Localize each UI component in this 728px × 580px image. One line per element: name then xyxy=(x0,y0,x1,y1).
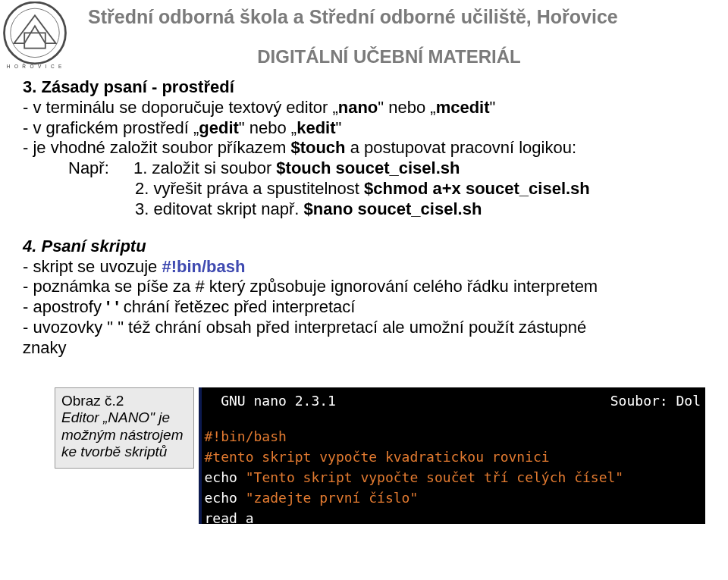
step-3-cmd: $nano soucet_cisel.sh xyxy=(304,199,482,218)
shebang-text: #!bin/bash xyxy=(162,257,245,276)
step-3: 3. editovat skript např. $nano soucet_ci… xyxy=(135,199,705,220)
text: " xyxy=(336,118,342,137)
section-3: 3. Zásady psaní - prostředí - v terminál… xyxy=(23,77,705,220)
bullet-terminal-editor: - v terminálu se doporučuje textový edit… xyxy=(23,98,705,118)
text: - je vhodné založit soubor příkazem xyxy=(23,138,290,157)
nano-terminal: GNU nano 2.3.1 Soubor: Dol #!bin/bash #t… xyxy=(199,387,705,524)
text: - apostrofy xyxy=(23,297,106,316)
editor-gedit: gedit xyxy=(199,118,239,137)
step-3-text: 3. editovat skript např. xyxy=(135,199,304,218)
code-string: "Tento skript vypočte součet tří celých … xyxy=(246,469,624,485)
step-2-cmd: $chmod a+x soucet_cisel.sh xyxy=(364,179,590,198)
example-block: Např: 1. založit si soubor $touch soucet… xyxy=(68,158,705,179)
bullet-gui-editor: - v grafickém prostředí „gedit" nebo „ke… xyxy=(23,118,705,139)
text: - v terminálu se doporučuje textový edit… xyxy=(23,98,338,117)
apostrophes: ' ' xyxy=(106,297,119,316)
text: " nebo „ xyxy=(239,118,297,137)
step-1-text: 1. založit si soubor xyxy=(133,158,276,177)
step-2-text: 2. vyřešit práva a spustitelnost xyxy=(135,179,364,198)
bullet-shebang: - skript se uvozuje #!bin/bash xyxy=(23,257,705,277)
text: a postupovat pracovní logikou: xyxy=(346,138,577,157)
code-echo: echo xyxy=(205,490,246,506)
svg-text:H O Ř O V I C E: H O Ř O V I C E xyxy=(7,63,63,69)
code-shebang: #!bin/bash xyxy=(205,428,287,444)
editor-kedit: kedit xyxy=(297,118,335,137)
text: chrání řetězec před interpretací xyxy=(119,297,356,316)
code-echo: echo xyxy=(205,469,246,485)
code-read: read a xyxy=(205,510,254,524)
bullet-comment: - poznámka se píše za # který způsobuje … xyxy=(23,277,705,297)
bullet-touch: - je vhodné založit soubor příkazem $tou… xyxy=(23,138,705,158)
step-2: 2. vyřešit práva a spustitelnost $chmod … xyxy=(135,179,705,199)
text: " nebo „ xyxy=(378,98,435,117)
section-3-heading: 3. Zásady psaní - prostředí xyxy=(23,77,705,98)
editor-nano: nano xyxy=(338,98,378,117)
terminal-body: #!bin/bash #tento skript vypočte kvadrat… xyxy=(205,415,701,524)
bullet-apostrophe: - apostrofy ' ' chrání řetězec před inte… xyxy=(23,297,705,318)
cmd-touch: $touch xyxy=(290,138,345,157)
page-header: H O Ř O V I C E Střední odborná škola a … xyxy=(0,0,728,71)
text: - skript se uvozuje xyxy=(23,257,162,276)
caption-title: Obraz č.2 xyxy=(61,393,187,409)
figure-caption: Obraz č.2 Editor „NANO" je možným nástro… xyxy=(55,387,194,469)
school-name: Střední odborná škola a Střední odborné … xyxy=(88,6,720,28)
caption-body: Editor „NANO" je možným nástrojem ke tvo… xyxy=(61,409,187,460)
terminal-titlebar: GNU nano 2.3.1 Soubor: Dol xyxy=(205,390,701,411)
code-string: "zadejte první číslo" xyxy=(246,490,419,506)
text: - v grafickém prostředí „ xyxy=(23,118,199,137)
code-comment: #tento skript vypočte kvadratickou rovni… xyxy=(205,449,550,465)
page-subtitle: DIGITÁLNÍ UČEBNÍ MATERIÁL xyxy=(58,46,720,67)
terminal-app-name: GNU nano 2.3.1 xyxy=(205,390,336,411)
editor-mcedit: mcedit xyxy=(436,98,490,117)
terminal-left-stripe xyxy=(199,387,202,524)
section-4: 4. Psaní skriptu - skript se uvozuje #!b… xyxy=(23,237,705,359)
bullet-quotes: - uvozovky " " též chrání obsah před int… xyxy=(23,318,705,338)
figure-row: Obraz č.2 Editor „NANO" je možným nástro… xyxy=(23,387,705,524)
step-1-cmd: $touch soucet_cisel.sh xyxy=(276,158,460,177)
text: " xyxy=(490,98,496,117)
bullet-quotes-cont: znaky xyxy=(23,338,705,359)
section-4-heading: 4. Psaní skriptu xyxy=(23,237,705,257)
terminal-filename: Soubor: Dol xyxy=(610,390,701,411)
example-label: Např: xyxy=(68,158,109,177)
